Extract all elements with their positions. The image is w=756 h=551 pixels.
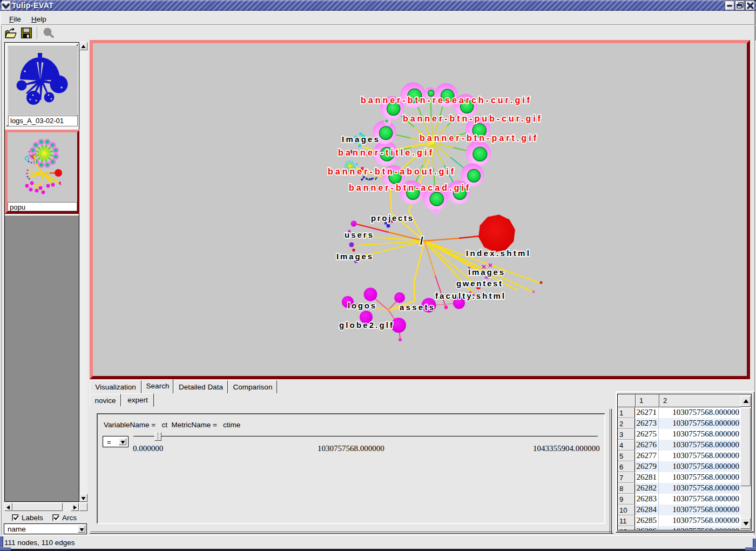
- svg-text:Index.shtml: Index.shtml: [466, 248, 531, 258]
- svg-text:/: /: [420, 235, 424, 247]
- svg-text:gwentest: gwentest: [456, 279, 503, 288]
- svg-text:logos: logos: [348, 301, 377, 310]
- svg-text:assets: assets: [400, 303, 435, 312]
- svg-text:Images: Images: [336, 252, 374, 261]
- svg-text:banner-btn-pub-cur.gif: banner-btn-pub-cur.gif: [403, 114, 543, 123]
- svg-text:Images: Images: [342, 135, 380, 144]
- svg-text:banner-btn-acad.gif: banner-btn-acad.gif: [349, 183, 471, 192]
- svg-text:globe2.glf: globe2.glf: [339, 320, 394, 330]
- svg-text:banner-btn-part.gif: banner-btn-part.gif: [420, 133, 538, 143]
- svg-text:Images: Images: [468, 267, 505, 277]
- svg-text:users: users: [345, 230, 374, 239]
- svg-text:banner-btn-research-cur.gif: banner-btn-research-cur.gif: [361, 96, 532, 105]
- svg-text:projects: projects: [371, 213, 414, 223]
- svg-text:banner-btn-about.gif: banner-btn-about.gif: [328, 167, 456, 176]
- svg-text:banner-title.gif: banner-title.gif: [338, 148, 434, 157]
- svg-text:faculty.shtml: faculty.shtml: [435, 291, 506, 300]
